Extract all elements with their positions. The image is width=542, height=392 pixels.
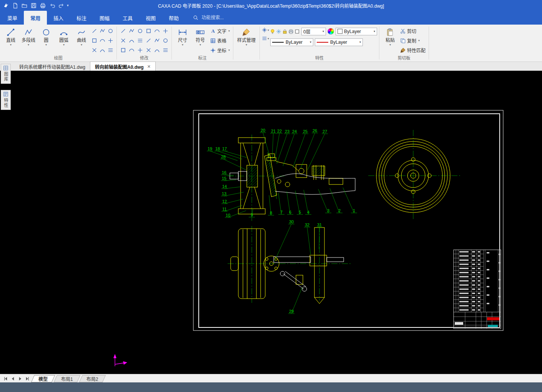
app-window: ▾ CAXA CAD 电子图板 2020 - [C:\Users\liao_\A… [0,0,542,392]
clipboard-group-label: 剪切板 [381,55,427,61]
circle-tool-button[interactable]: 圆 ▾ [37,25,55,47]
close-document-icon[interactable]: ✕ [147,64,151,69]
palette-label: 图库 [3,72,9,82]
mini-tool-icon[interactable] [119,36,127,45]
mini-tool-icon[interactable] [153,36,161,45]
match-properties-button[interactable]: 特性匹配 [399,45,427,55]
mini-tool-icon[interactable] [161,26,170,36]
layer-on-bulb-icon[interactable] [270,29,275,34]
drawing-canvas[interactable]: 2021222324252627191817281615141312111098… [0,71,542,374]
sidebar-palette-properties[interactable]: 特性 [1,90,11,110]
menu-tab-insert[interactable]: 插入 [47,11,70,25]
layer-combobox[interactable]: 0层 ▾ [301,28,326,35]
style-manager-button[interactable]: 样式管理 ▾ [235,25,258,47]
menu-tab-sheet[interactable]: 图幅 [93,11,116,25]
layer-print-icon[interactable] [288,29,294,34]
new-file-icon[interactable] [12,2,19,9]
redo-icon[interactable] [58,2,65,9]
caxa-logo-icon[interactable] [2,2,10,9]
mini-tool-icon[interactable] [161,36,170,45]
layer-lock-icon[interactable] [282,29,288,34]
mini-tool-icon[interactable] [161,45,170,55]
mini-tool-icon[interactable] [127,36,136,45]
arc-tool-label: 圆弧 [59,38,68,43]
mini-tool-icon[interactable] [127,26,136,36]
last-sheet-button[interactable] [24,375,31,382]
mini-tool-icon[interactable] [119,26,127,36]
color-combobox[interactable]: ByLayer ▾ [336,28,377,35]
mini-tool-icon[interactable] [98,26,106,36]
text-tool-button[interactable]: A 文字 ▾ [209,26,231,36]
color-wheel-icon[interactable] [328,28,334,35]
arc-tool-button[interactable]: 圆弧 ▾ [55,25,73,47]
menu-tab-view[interactable]: 视图 [139,11,162,25]
part-callout: 20 [261,128,265,133]
menu-tab-tools[interactable]: 工具 [116,11,139,25]
arc-icon [60,27,68,38]
paste-button[interactable]: 粘贴 ▾ [381,25,399,47]
sidebar-palette-library[interactable]: 图库 [1,64,11,84]
spline-tool-button[interactable]: 曲线 ▾ [73,25,90,47]
mini-tool-icon[interactable] [106,26,115,36]
next-sheet-button[interactable] [17,375,23,382]
linetype-combobox[interactable]: ByLayer ▾ [270,38,313,46]
mini-tool-icon[interactable] [153,45,161,55]
sheet-tab-layout1[interactable]: 布局1 [55,375,79,382]
lineweight-combobox[interactable]: ByLayer ▾ [315,38,363,46]
mini-tool-icon[interactable] [106,45,115,55]
line-tool-button[interactable]: 直线 ▾ [2,25,20,47]
mini-tool-icon[interactable] [153,26,161,36]
properties-list-button[interactable]: ▾ [262,36,269,41]
function-search[interactable] [193,11,244,25]
sheet-tab-model[interactable]: 模型 [33,375,53,382]
mini-tool-icon[interactable] [90,36,98,45]
polyline-tool-label: 多段线 [22,38,35,43]
customize-quick-access-caret-icon[interactable]: ▾ [67,3,69,7]
mini-tool-icon[interactable] [136,45,144,55]
mini-tool-icon[interactable] [144,45,153,55]
chevron-down-icon: ▾ [10,43,12,47]
mini-tool-icon[interactable] [144,26,153,36]
first-sheet-button[interactable] [2,375,9,382]
ribbon: 直线 ▾ 多段线 ▾ 圆 ▾ 圆弧 ▾ [0,25,542,62]
front-axle-section-view [238,138,343,214]
sheet-tab-layout2[interactable]: 布局2 [81,375,104,382]
mini-tool-icon[interactable] [106,36,115,45]
prev-sheet-button[interactable] [10,375,16,382]
print-icon[interactable] [39,2,47,9]
layer-color-icon[interactable] [294,29,300,34]
annotate-group-label: 标注 [174,55,231,61]
coordinate-tool-button[interactable]: 坐标 ▾ [209,45,231,55]
mini-tool-icon[interactable] [127,45,136,55]
menu-tab-home[interactable]: 常用 [24,11,47,25]
paste-clipboard-icon [386,27,394,38]
document-tab-active[interactable]: 转向前轴装配图A0.dwg ✕ [90,61,156,71]
cut-button[interactable]: 剪切 [399,26,427,36]
mini-tool-icon[interactable] [136,26,144,36]
function-search-input[interactable] [201,15,244,21]
ribbon-group-modify: 修改 [117,25,171,61]
mini-tool-icon[interactable] [90,45,98,55]
chevron-down-icon: ▾ [322,30,325,33]
mini-tool-icon[interactable] [136,36,144,45]
save-file-icon[interactable] [30,2,37,9]
symbol-tool-button[interactable]: .1 符号 ▾ [191,25,209,47]
mini-tool-icon[interactable] [119,45,127,55]
mini-tool-icon[interactable] [98,36,106,45]
copy-button[interactable]: 复制 ▾ [399,36,427,45]
dimension-tool-button[interactable]: 尺寸 ▾ [174,25,191,47]
polyline-tool-button[interactable]: 多段线 ▾ [20,25,37,47]
table-tool-button[interactable]: 表格 [209,36,231,45]
menu-tab-annotate[interactable]: 标注 [70,11,93,25]
document-tab-inactive[interactable]: 转向系统螺杆传动装配图A1.dwg [15,62,90,71]
mini-tool-icon[interactable] [98,45,106,55]
open-file-icon[interactable] [21,2,28,9]
object-snap-settings-button[interactable]: ▾ [262,27,269,33]
menu-tab-help[interactable]: 帮助 [162,11,185,25]
layer-freeze-icon[interactable] [276,29,281,34]
menu-tab-menu[interactable]: 菜单 [1,11,24,25]
mini-tool-icon[interactable] [90,26,98,36]
properties-group-label: 特性 [262,55,377,61]
mini-tool-icon[interactable] [144,36,153,45]
undo-icon[interactable] [48,2,56,9]
